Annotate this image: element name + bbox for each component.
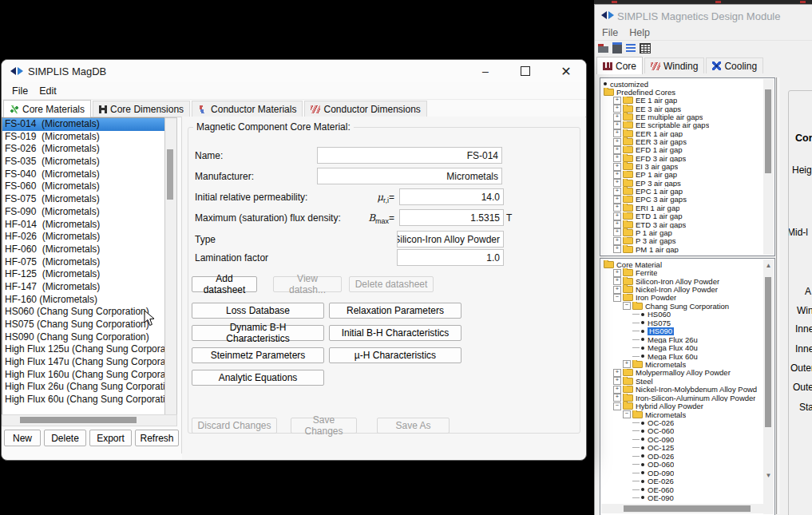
minimize-button[interactable]: – bbox=[469, 60, 502, 82]
tree-item-eer-1-air-gap[interactable]: +EER 1 air gap bbox=[601, 129, 763, 137]
relaxation-parameters-button[interactable]: Relaxation Parameters bbox=[329, 303, 461, 319]
material-item-high-flux[interactable]: High Flux 160u (Chang Sung Corporation) bbox=[2, 369, 165, 382]
expander-icon[interactable]: + bbox=[613, 245, 621, 253]
tree-item-iron-powder[interactable]: −Iron Powder bbox=[601, 294, 763, 302]
new-button[interactable]: New bbox=[4, 430, 41, 446]
material-tree-hscrollbar[interactable] bbox=[601, 504, 763, 513]
tree-item-ei-3-air-gaps[interactable]: +EI 3 air gaps bbox=[601, 162, 763, 170]
expander-icon[interactable]: + bbox=[613, 386, 621, 394]
tree-item-oc-125[interactable]: OC-125 bbox=[601, 444, 763, 452]
expander-icon[interactable]: − bbox=[623, 302, 631, 310]
tree-item-od-026[interactable]: OD-026 bbox=[601, 452, 763, 460]
tree-item-p-3-air-gaps[interactable]: +P 3 air gaps bbox=[601, 237, 763, 245]
expander-icon[interactable]: + bbox=[613, 237, 621, 245]
magdb-titlebar[interactable]: SIMPLIS MagDB – ✕ bbox=[2, 60, 586, 82]
material-item-hs075-chang[interactable]: HS075 (Chang Sung Corporation) bbox=[2, 319, 165, 331]
material-item-fs-075[interactable]: FS-075 (Micrometals) bbox=[2, 193, 165, 206]
tree-item-ee-multiple-air-gaps[interactable]: +EE multiple air gaps bbox=[601, 113, 763, 121]
manufacturer-input[interactable]: Micrometals bbox=[317, 168, 502, 184]
loss-database-button[interactable]: Loss Database bbox=[192, 303, 324, 319]
tree-item-mega-flux-26u[interactable]: Mega Flux 26u bbox=[601, 335, 763, 343]
menu-help[interactable]: Help bbox=[624, 27, 656, 38]
scroll-down-icon[interactable]: ▼ bbox=[765, 472, 772, 479]
material-item-high-flux[interactable]: High Flux 26u (Chang Sung Corporation) bbox=[2, 381, 165, 394]
lamination-input[interactable]: 1.0 bbox=[397, 249, 504, 266]
expander-icon[interactable]: + bbox=[613, 277, 621, 285]
material-item-fs-090[interactable]: FS-090 (Micrometals) bbox=[2, 206, 165, 219]
expander-icon[interactable]: + bbox=[613, 394, 621, 402]
refresh-button[interactable]: Refresh bbox=[135, 430, 179, 446]
materials-list-hscrollbar[interactable] bbox=[2, 414, 177, 426]
tree-item-ep-3-air-gaps[interactable]: +EP 3 air gaps bbox=[601, 179, 763, 187]
permeability-input[interactable]: 14.0 bbox=[399, 188, 504, 205]
tree-item-oe-060[interactable]: OE-060 bbox=[601, 485, 763, 493]
tree-item-epc-3-air-gaps[interactable]: +EPC 3 air gaps bbox=[601, 196, 763, 204]
tree-item-oc-026[interactable]: OC-026 bbox=[601, 418, 763, 426]
tree-item-micrometals[interactable]: −Micrometals bbox=[601, 410, 763, 418]
expander-icon[interactable]: + bbox=[613, 121, 621, 129]
menu-edit[interactable]: Edit bbox=[34, 85, 62, 97]
material-item-fs-019[interactable]: FS-019 (Micrometals) bbox=[2, 131, 165, 144]
tree-item-od-090[interactable]: OD-090 bbox=[601, 469, 763, 477]
fluxdensity-input[interactable]: 1.5315 bbox=[399, 209, 504, 226]
tab-winding[interactable]: Winding bbox=[644, 57, 704, 73]
material-item-hf-060[interactable]: HF-060 (Micrometals) bbox=[2, 244, 165, 256]
material-item-hf-125[interactable]: HF-125 (Micrometals) bbox=[2, 268, 165, 281]
expander-icon[interactable]: + bbox=[613, 188, 621, 196]
tree-item-customized[interactable]: customized bbox=[601, 80, 763, 88]
tree-item-predefined-cores[interactable]: Predefined Cores bbox=[601, 88, 763, 96]
steinmetz-parameters-button[interactable]: Steinmetz Parameters bbox=[192, 347, 324, 363]
tree-item-ferrite[interactable]: +Ferrite bbox=[601, 268, 763, 276]
tree-item-p-1-air-gap[interactable]: +P 1 air gap bbox=[601, 228, 763, 236]
material-item-hf-160-micrometals[interactable]: HF-160 (Micrometals) bbox=[2, 294, 165, 307]
material-item-high-flux[interactable]: High Flux 60u (Chang Sung Corporation) bbox=[2, 394, 165, 406]
tree-item-hs060[interactable]: HS060 bbox=[601, 311, 763, 319]
expander-icon[interactable]: + bbox=[613, 129, 621, 137]
tree-item-efd-1-air-gap[interactable]: +EFD 1 air gap bbox=[601, 146, 763, 154]
tree-item-hybrid-alloy-powder[interactable]: −Hybrid Alloy Powder bbox=[601, 402, 763, 410]
tab-conductor-dimensions[interactable]: Conductor Dimensions bbox=[304, 101, 426, 117]
maximize-button[interactable] bbox=[509, 60, 542, 82]
tab-core-materials[interactable]: Core Materials bbox=[3, 100, 91, 117]
material-item-fs-060[interactable]: FS-060 (Micrometals) bbox=[2, 180, 165, 193]
tree-item-micrometals[interactable]: +Micrometals bbox=[601, 360, 763, 368]
material-tree-scrollbar[interactable]: ▲ ▼ bbox=[763, 259, 774, 514]
h-characteristics-button[interactable]: µ-H Characteristics bbox=[329, 347, 461, 363]
expander-icon[interactable]: + bbox=[613, 212, 621, 220]
tab-conductor-materials[interactable]: Conductor Materials bbox=[192, 101, 303, 117]
export-button[interactable]: Export bbox=[89, 430, 132, 446]
tree-item-pm-1-air-gap[interactable]: +PM 1 air gap bbox=[601, 245, 763, 253]
tree-item-mega-flux-60u[interactable]: Mega Flux 60u bbox=[601, 352, 763, 360]
expander-icon[interactable]: + bbox=[613, 171, 621, 179]
material-item-fs-014[interactable]: FS-014 (Micrometals) bbox=[2, 118, 165, 131]
tree-item-ee-3-air-gaps[interactable]: +EE 3 air gaps bbox=[601, 105, 763, 113]
tree-item-oc-090[interactable]: OC-090 bbox=[601, 435, 763, 443]
tab-core[interactable]: Core bbox=[596, 57, 643, 74]
material-item-hs090-chang[interactable]: HS090 (Chang Sung Corporation) bbox=[2, 331, 165, 344]
tree-item-ee-1-air-gap[interactable]: +EE 1 air gap bbox=[601, 97, 763, 105]
tree-item-silicon-iron-alloy-powder[interactable]: +Silicon-Iron Alloy Powder bbox=[601, 277, 763, 285]
expander-icon[interactable]: + bbox=[613, 204, 621, 212]
material-item-fs-035[interactable]: FS-035 (Micrometals) bbox=[2, 156, 165, 168]
open-icon[interactable] bbox=[598, 44, 608, 53]
tree-item-hs090[interactable]: HS090 bbox=[601, 327, 763, 335]
expander-icon[interactable]: + bbox=[613, 138, 621, 146]
expander-icon[interactable]: + bbox=[613, 196, 621, 204]
tree-item-oe-090[interactable]: OE-090 bbox=[601, 493, 763, 501]
expander-icon[interactable]: + bbox=[613, 105, 621, 113]
material-item-hf-075[interactable]: HF-075 (Micrometals) bbox=[2, 256, 165, 269]
tab-cooling[interactable]: Cooling bbox=[706, 57, 763, 73]
expander-icon[interactable]: + bbox=[613, 179, 621, 187]
tree-item-ee-scriptable-air-gaps[interactable]: +EE scriptable air gaps bbox=[601, 121, 763, 129]
menu-file[interactable]: File bbox=[6, 85, 34, 97]
expander-icon[interactable]: + bbox=[613, 220, 621, 228]
expander-icon[interactable]: + bbox=[613, 163, 621, 171]
tree-item-nickel-iron-alloy-powder[interactable]: +Nickel-Iron Alloy Powder bbox=[601, 285, 763, 293]
scrollbar-thumb[interactable] bbox=[765, 89, 771, 173]
expander-icon[interactable]: − bbox=[623, 410, 631, 418]
dynamic-b-h-characteristics-button[interactable]: Dynamic B-H Characteristics bbox=[192, 325, 324, 341]
tree-item-od-060[interactable]: OD-060 bbox=[601, 461, 763, 469]
name-input[interactable]: FS-014 bbox=[317, 147, 502, 164]
close-button[interactable]: ✕ bbox=[549, 60, 583, 82]
material-item-fs-026[interactable]: FS-026 (Micrometals) bbox=[2, 143, 165, 156]
